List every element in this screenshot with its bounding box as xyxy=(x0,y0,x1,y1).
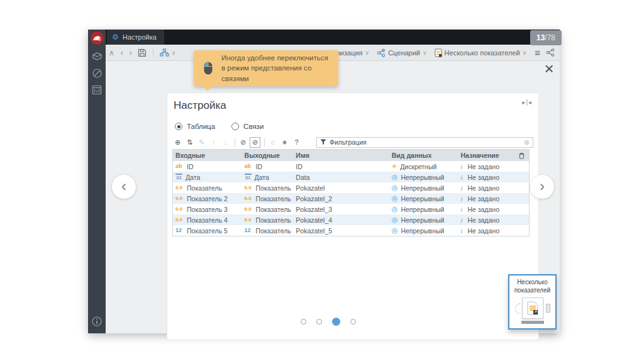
table-row[interactable]: 12Показатель 512Показатель 5Pokazatel_5◎… xyxy=(173,225,529,236)
close-button[interactable]: × xyxy=(541,61,557,77)
header-purpose[interactable]: Назначение xyxy=(458,152,514,159)
share-button[interactable] xyxy=(545,48,560,57)
header-datakind[interactable]: Вид данных xyxy=(389,152,458,159)
cell-purpose[interactable]: iНе задано xyxy=(458,195,514,203)
table-row[interactable]: 9.0Показатель 49.0Показатель 4Pokazatel_… xyxy=(173,214,529,225)
cell-name[interactable]: Pokazatel xyxy=(293,184,389,192)
help-button[interactable]: ? xyxy=(291,137,302,148)
selection-button[interactable]: ◌ xyxy=(267,137,278,148)
pagination-dot-active[interactable] xyxy=(332,318,340,326)
cell-input[interactable]: 9.0Показатель xyxy=(173,184,242,192)
input-label: Показатель 2 xyxy=(187,195,228,203)
pagination-dot[interactable] xyxy=(316,319,322,325)
cell-input[interactable]: 31Дата xyxy=(173,174,242,181)
cell-name[interactable]: Pokazatel_5 xyxy=(293,227,389,235)
chevron-down-icon: ∨ xyxy=(423,50,427,56)
cell-output[interactable]: 12Показатель 5 xyxy=(242,227,294,235)
cell-purpose[interactable]: iНе задано xyxy=(458,163,514,170)
cell-output[interactable]: 9.0Показатель 2 xyxy=(242,195,294,203)
cell-input[interactable]: abID xyxy=(173,163,242,170)
cell-datakind[interactable]: ◎Непрерывный xyxy=(389,226,458,235)
cell-datakind[interactable]: ◎Непрерывный xyxy=(389,184,458,192)
cell-name[interactable]: Pokazatel_2 xyxy=(293,195,389,203)
report-table-icon[interactable] xyxy=(91,84,103,96)
purpose-label: Не задано xyxy=(467,184,499,192)
multi-indicator-dropdown[interactable]: Несколько показателей ∨ xyxy=(431,48,531,57)
cell-datakind[interactable]: ◎Непрерывный xyxy=(389,205,458,213)
tab-bar: ⚙ Настройка xyxy=(106,30,560,45)
table-row[interactable]: 9.0Показатель9.0ПоказательPokazatel◎Непр… xyxy=(173,182,529,193)
cell-name[interactable]: ID xyxy=(293,163,389,170)
type-icon: 9.0 xyxy=(175,207,184,212)
nav-up-button[interactable]: ∧ xyxy=(106,48,118,57)
cell-name[interactable]: Pokazatel_3 xyxy=(293,206,389,213)
compass-icon[interactable] xyxy=(91,67,103,79)
step-current: 13 xyxy=(536,33,545,42)
sync-link-button[interactable]: ⊘ xyxy=(238,137,248,148)
filter-clear-icon[interactable]: ⊗ xyxy=(524,138,530,147)
collapse-panel-icon[interactable]: ▸|◂ xyxy=(522,99,532,106)
header-delete[interactable] xyxy=(514,152,529,159)
app-logo-icon[interactable] xyxy=(91,31,104,45)
info-italic-icon: i xyxy=(460,216,464,224)
cell-output[interactable]: 9.0Показатель xyxy=(242,184,294,192)
type-icon: 9.0 xyxy=(245,218,253,223)
cell-output[interactable]: 31Дата xyxy=(242,174,294,181)
cell-purpose[interactable]: iНе задано xyxy=(458,227,514,235)
nav-forward-button[interactable]: › xyxy=(126,48,135,57)
prev-chevron-icon: ‹ xyxy=(121,179,126,194)
table-row[interactable]: abIDabIDID✳ДискретныйiНе задано xyxy=(173,161,529,172)
header-inputs[interactable]: Входные xyxy=(173,152,242,159)
info-icon[interactable] xyxy=(91,316,103,327)
cell-purpose[interactable]: iНе задано xyxy=(458,216,514,224)
cell-input[interactable]: 9.0Показатель 2 xyxy=(173,195,242,203)
prev-step-button[interactable]: ‹ xyxy=(112,175,136,199)
cell-purpose[interactable]: iНе задано xyxy=(458,206,514,213)
cell-output[interactable]: abID xyxy=(242,163,294,170)
save-button[interactable] xyxy=(138,48,147,57)
node-document-icon xyxy=(527,301,538,315)
radio-table[interactable]: Таблица xyxy=(175,123,215,130)
node-highlight-card[interactable]: Несколько показателей xyxy=(508,274,557,330)
cell-name[interactable]: Data xyxy=(293,174,389,181)
tab-settings[interactable]: ⚙ Настройка xyxy=(107,30,164,45)
radio-links[interactable]: Связи xyxy=(231,123,264,130)
header-name[interactable]: Имя xyxy=(293,152,389,159)
hierarchy-view-button[interactable]: ∨ xyxy=(156,48,180,57)
table-row[interactable]: 9.0Показатель 29.0Показатель 2Pokazatel_… xyxy=(173,193,529,204)
table-row[interactable]: 31Дата31ДатаData◎НепрерывныйiНе задано xyxy=(173,172,529,182)
toolbar-separator xyxy=(235,138,235,147)
cell-name[interactable]: Pokazatel_4 xyxy=(293,216,389,224)
add-row-button[interactable]: ⊕ xyxy=(172,137,183,148)
scenario-label: Сценарий xyxy=(388,49,420,57)
cell-datakind[interactable]: ◎Непрерывный xyxy=(389,216,458,224)
cell-datakind[interactable]: ✳Дискретный xyxy=(389,163,458,170)
table-body: abIDabIDID✳ДискретныйiНе задано31Дата31Д… xyxy=(173,161,529,236)
scenario-icon xyxy=(377,48,386,57)
cell-output[interactable]: 9.0Показатель 3 xyxy=(242,206,294,213)
next-step-button[interactable]: › xyxy=(530,175,554,199)
unlink-toggle-button[interactable]: ⊘ xyxy=(250,137,260,148)
table-row[interactable]: 9.0Показатель 39.0Показатель 3Pokazatel_… xyxy=(173,204,529,214)
pagination-dot[interactable] xyxy=(301,319,306,325)
node-card-title: Несколько показателей xyxy=(513,279,553,294)
pagination-dot[interactable] xyxy=(350,319,356,325)
cell-output[interactable]: 9.0Показатель 4 xyxy=(242,216,294,224)
cell-input[interactable]: 9.0Показатель 3 xyxy=(173,206,242,213)
reorder-button[interactable]: ⇅ xyxy=(184,137,195,148)
cell-datakind[interactable]: ◎Непрерывный xyxy=(389,173,458,181)
dataset-icon[interactable] xyxy=(91,50,103,62)
output-label: Дата xyxy=(255,174,269,181)
nav-back-button[interactable]: ‹ xyxy=(118,48,126,57)
cell-purpose[interactable]: iНе задано xyxy=(458,174,514,181)
cell-input[interactable]: 9.0Показатель 4 xyxy=(173,216,242,224)
filter-input[interactable] xyxy=(330,138,521,146)
menu-button[interactable]: ≡ xyxy=(530,47,545,58)
input-label: ID xyxy=(187,163,194,170)
options-button[interactable]: ∗ xyxy=(279,137,290,148)
cell-datakind[interactable]: ◎Непрерывный xyxy=(389,194,458,203)
header-outputs[interactable]: Выходные xyxy=(242,152,294,159)
cell-purpose[interactable]: iНе задано xyxy=(458,184,514,192)
scenario-dropdown[interactable]: Сценарий ∨ xyxy=(373,48,430,57)
cell-input[interactable]: 12Показатель 5 xyxy=(173,227,242,235)
